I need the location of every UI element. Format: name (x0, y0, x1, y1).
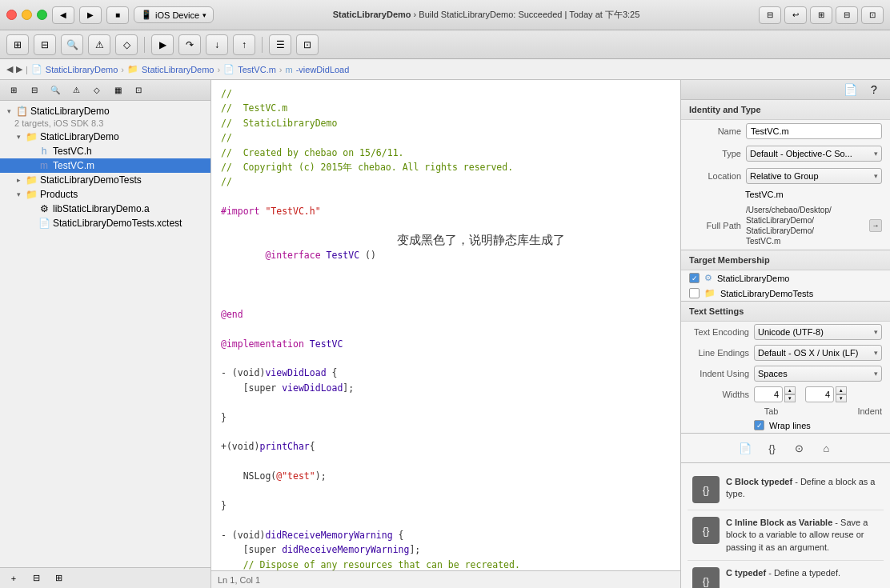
indent-width-input[interactable] (805, 386, 834, 402)
target-row-1: 📁 StaticLibraryDemoTests (681, 286, 890, 301)
path-reveal-button[interactable]: → (869, 219, 882, 232)
sidebar-btn-5[interactable]: ◇ (88, 83, 106, 98)
breadcrumb-item1[interactable]: StaticLibraryDemo (142, 65, 214, 74)
sidebar-item-xctest[interactable]: ▾ 📄 StaticLibraryDemoTests.xctest (0, 216, 210, 230)
code-line: +(void)printChar{ (221, 439, 671, 454)
fullpath-label: Full Path (689, 221, 741, 230)
encoding-select[interactable]: Unicode (UTF-8) ▾ (754, 324, 882, 340)
navigator-toggle[interactable]: ⊞ (6, 34, 29, 55)
sidebar-btn-7[interactable]: ⊡ (130, 83, 147, 98)
snippet-icon-row: 📄 {} ⊙ ⌂ (681, 434, 890, 463)
encoding-row: Text Encoding Unicode (UTF-8) ▾ (681, 322, 890, 342)
editor-content-area[interactable]: // // TestVC.m // StaticLibraryDemo // /… (211, 80, 680, 570)
indent-label: Indent (857, 406, 882, 416)
code-line: // (221, 86, 671, 101)
indent-stepper-up[interactable]: ▴ (836, 386, 847, 394)
assistant-button[interactable]: ⊟ (836, 6, 858, 24)
tab-stepper[interactable]: ▴ ▾ (784, 386, 796, 402)
sidebar-item-project[interactable]: ▾ 📋 StaticLibraryDemo (0, 104, 210, 118)
path-short-row: TestVC.m (681, 187, 890, 202)
version-button[interactable]: ⊡ (861, 6, 884, 24)
snippet-icon-2[interactable]: {} (761, 438, 784, 458)
step-over[interactable]: ↷ (178, 34, 201, 55)
breadcrumb-item0[interactable]: StaticLibraryDemo (46, 65, 118, 74)
help-btn[interactable]: ? (864, 80, 884, 99)
snippet-icon-3[interactable]: ⊙ (788, 438, 811, 458)
breadcrumb-nav-back[interactable]: ◀ (6, 64, 13, 74)
lib-file-icon: ⚙ (37, 203, 51, 214)
tab-stepper-down[interactable]: ▾ (784, 394, 796, 402)
location-dropdown-arrow: ▾ (874, 172, 878, 180)
snippet-icon-1[interactable]: 📄 (734, 438, 756, 458)
editor-layout-button[interactable]: ⊟ (759, 6, 781, 24)
cursor-position: Ln 1, Col 1 (218, 575, 260, 585)
search-button[interactable]: 🔍 (61, 34, 83, 55)
tab-width-input[interactable] (754, 386, 783, 402)
sidebar-item-group-main[interactable]: ▾ 📁 StaticLibraryDemo (0, 130, 210, 144)
sidebar-btn-6[interactable]: ▦ (109, 83, 126, 98)
tab-stepper-up[interactable]: ▴ (784, 386, 796, 394)
wrap-checkbox[interactable]: ✓ (754, 420, 764, 430)
type-select[interactable]: Default - Objective-C So... ▾ (746, 146, 882, 162)
device-icon: 📱 (141, 10, 152, 20)
device-selector[interactable]: 📱 iOS Device ▾ (134, 6, 214, 23)
location-value: Relative to Group (750, 171, 819, 181)
breadcrumb-item2[interactable]: TestVC.m (238, 65, 276, 74)
expand-all-button[interactable]: ⊞ (50, 570, 67, 586)
sidebar-bottom: + ⊟ ⊞ (0, 567, 210, 588)
code-line: #import "TestVC.h" (221, 204, 671, 218)
line-endings-select[interactable]: Default - OS X / Unix (LF) ▾ (754, 345, 882, 361)
sidebar-item-testvc-m[interactable]: ▾ m TestVC.m (0, 158, 210, 173)
close-button[interactable] (6, 10, 17, 20)
indent-select[interactable]: Spaces ▾ (754, 366, 882, 382)
folder-icon-tests: 📁 (24, 174, 38, 186)
navigator-button[interactable]: ↩ (784, 6, 807, 24)
traffic-lights (6, 10, 47, 20)
step-out[interactable]: ↑ (233, 34, 255, 55)
warnings-button[interactable]: ⚠ (88, 34, 110, 55)
target-label-1: StaticLibraryDemoTests (720, 289, 813, 298)
back-button[interactable]: ◀ (52, 6, 74, 24)
code-line (221, 322, 671, 336)
breakpoints-button[interactable]: ⊟ (34, 34, 56, 55)
target-checkbox-0[interactable]: ✓ (689, 273, 700, 283)
minimize-button[interactable] (22, 10, 32, 20)
indent-stepper[interactable]: ▴ ▾ (836, 386, 847, 402)
code-editor-btn[interactable]: ☰ (269, 34, 291, 55)
breadcrumb-item3[interactable]: -viewDidLoad (296, 65, 350, 74)
split-button[interactable]: ⊞ (810, 6, 832, 24)
fullscreen-button[interactable] (37, 10, 47, 20)
sidebar-item-products[interactable]: ▾ 📁 Products (0, 187, 210, 202)
location-row: Location Relative to Group ▾ (681, 165, 890, 187)
snippet-item-2: {} C typedef - Define a typedef. (688, 561, 884, 588)
add-file-button[interactable]: + (5, 570, 22, 586)
sidebar-btn-1[interactable]: ⊞ (5, 83, 22, 98)
breadcrumb-sep0: | (26, 65, 28, 74)
sidebar-item-testvc-h[interactable]: ▾ h TestVC.h (0, 144, 210, 158)
project-meta: 2 targets, iOS SDK 8.3 (0, 118, 210, 130)
snippet-item-0: {} C Block typedef - Define a block as a… (688, 470, 884, 510)
sidebar-item-lib[interactable]: ▾ ⚙ libStaticLibraryDemo.a (0, 202, 210, 216)
sidebar-item-tests-group[interactable]: ▸ 📁 StaticLibraryDemoTests (0, 173, 210, 187)
breadcrumb-nav-forward[interactable]: ▶ (16, 64, 22, 74)
location-select[interactable]: Relative to Group ▾ (746, 168, 882, 184)
stop-button[interactable]: ■ (106, 6, 129, 24)
name-input[interactable] (746, 123, 882, 139)
folder-icon-main: 📁 (24, 131, 38, 142)
filter-button[interactable]: ⊟ (27, 570, 45, 586)
step-into[interactable]: ↓ (206, 34, 228, 55)
canvas-btn[interactable]: ⊡ (296, 34, 319, 55)
indent-stepper-down[interactable]: ▾ (836, 394, 847, 402)
target-checkbox-1[interactable] (689, 288, 700, 298)
code-line (221, 395, 671, 410)
play-button[interactable]: ▶ (79, 6, 102, 24)
sidebar-btn-4[interactable]: ⚠ (67, 83, 85, 98)
issues-button[interactable]: ◇ (115, 34, 138, 55)
identity-type-btn[interactable]: 📄 (840, 80, 860, 99)
sidebar-btn-2[interactable]: ⊟ (26, 83, 43, 98)
sidebar-btn-3[interactable]: 🔍 (46, 83, 64, 98)
run-button[interactable]: ▶ (151, 34, 174, 55)
snippet-icon-4[interactable]: ⌂ (816, 438, 838, 458)
line-endings-arrow: ▾ (874, 349, 878, 357)
widths-row: Widths ▴ ▾ ▴ ▾ (681, 384, 890, 405)
